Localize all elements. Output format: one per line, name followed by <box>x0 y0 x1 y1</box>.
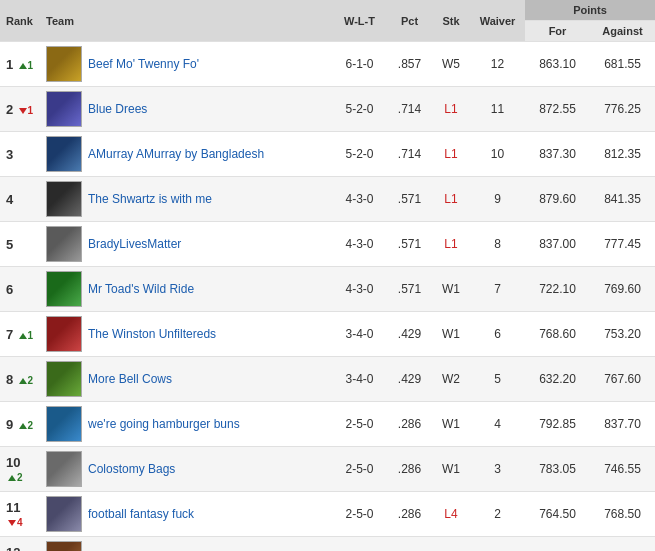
pct-cell: .429 <box>387 357 432 402</box>
waiver-cell: 9 <box>470 177 525 222</box>
pct-cell: .571 <box>387 177 432 222</box>
wlt-cell: 2-5-0 <box>332 537 387 552</box>
team-name[interactable]: The Shwartz is with me <box>88 192 212 206</box>
avatar <box>46 541 82 551</box>
pts-against-cell: 767.60 <box>590 357 655 402</box>
wlt-cell: 5-2-0 <box>332 132 387 177</box>
waiver-cell: 10 <box>470 132 525 177</box>
avatar <box>46 451 82 487</box>
stk-cell: L1 <box>432 177 470 222</box>
rank-change-up: 1 <box>19 60 34 71</box>
avatar <box>46 136 82 172</box>
pts-against-cell: 873.70 <box>590 537 655 552</box>
waiver-cell: 3 <box>470 447 525 492</box>
team-inner: we're going hamburger buns <box>46 406 326 442</box>
waiver-cell: 4 <box>470 402 525 447</box>
team-name[interactable]: More Bell Cows <box>88 372 172 386</box>
stk-cell: W1 <box>432 447 470 492</box>
pct-header: Pct <box>387 0 432 42</box>
wlt-cell: 2-5-0 <box>332 492 387 537</box>
table-row: 2 1 Blue Drees 5-2-0 .714 L1 11 872.55 7… <box>0 87 655 132</box>
avatar <box>46 91 82 127</box>
team-cell: football fantasy fuck <box>40 492 332 537</box>
team-cell: BradyLivesMatter <box>40 222 332 267</box>
team-name[interactable]: Mr Toad's Wild Ride <box>88 282 194 296</box>
rank-cell: 4 <box>0 177 40 222</box>
pts-against-cell: 837.70 <box>590 402 655 447</box>
rank-number: 1 <box>6 57 13 72</box>
rank-number: 9 <box>6 417 13 432</box>
table-row: 6 Mr Toad's Wild Ride 4-3-0 .571 W1 7 72… <box>0 267 655 312</box>
team-inner: More Bell Cows <box>46 361 326 397</box>
team-name[interactable]: Beef Mo' Twenny Fo' <box>88 57 199 71</box>
arrow-down-icon <box>8 520 16 526</box>
stk-cell: W5 <box>432 42 470 87</box>
wl-header: W-L-T <box>332 0 387 42</box>
table-row: 12 3 Teenage Mutant Ninja Bortles 2-5-0 … <box>0 537 655 552</box>
team-name[interactable]: Blue Drees <box>88 102 147 116</box>
team-name[interactable]: we're going hamburger buns <box>88 417 240 431</box>
stk-header: Stk <box>432 0 470 42</box>
wlt-cell: 3-4-0 <box>332 357 387 402</box>
wlt-cell: 4-3-0 <box>332 222 387 267</box>
team-inner: BradyLivesMatter <box>46 226 326 262</box>
waiver-cell: 6 <box>470 312 525 357</box>
rank-cell: 8 2 <box>0 357 40 402</box>
rank-cell: 12 3 <box>0 537 40 552</box>
pts-for-cell: 879.60 <box>525 177 590 222</box>
stk-cell: W1 <box>432 267 470 312</box>
table-row: 7 1 The Winston Unfiltereds 3-4-0 .429 W… <box>0 312 655 357</box>
team-name[interactable]: Colostomy Bags <box>88 462 175 476</box>
wlt-cell: 6-1-0 <box>332 42 387 87</box>
points-group-header: Points <box>525 0 655 21</box>
pts-against-cell: 841.35 <box>590 177 655 222</box>
pts-for-cell: 722.10 <box>525 267 590 312</box>
stk-cell: W2 <box>432 357 470 402</box>
pct-cell: .429 <box>387 312 432 357</box>
avatar <box>46 226 82 262</box>
team-cell: The Winston Unfiltereds <box>40 312 332 357</box>
table-row: 5 BradyLivesMatter 4-3-0 .571 L1 8 837.0… <box>0 222 655 267</box>
pts-for-cell: 768.60 <box>525 312 590 357</box>
arrow-up-icon <box>19 423 27 429</box>
rank-cell: 3 <box>0 132 40 177</box>
team-name[interactable]: BradyLivesMatter <box>88 237 181 251</box>
pts-for-cell: 652.95 <box>525 537 590 552</box>
for-header: For <box>525 21 590 42</box>
wlt-cell: 5-2-0 <box>332 87 387 132</box>
arrow-down-icon <box>19 108 27 114</box>
team-name[interactable]: football fantasy fuck <box>88 507 194 521</box>
team-inner: football fantasy fuck <box>46 496 326 532</box>
team-inner: Beef Mo' Twenny Fo' <box>46 46 326 82</box>
pts-for-cell: 837.00 <box>525 222 590 267</box>
arrow-up-icon <box>19 333 27 339</box>
arrow-up-icon <box>8 475 16 481</box>
pct-cell: .286 <box>387 492 432 537</box>
wlt-cell: 2-5-0 <box>332 402 387 447</box>
pts-for-cell: 783.05 <box>525 447 590 492</box>
rank-cell: 11 4 <box>0 492 40 537</box>
waiver-cell: 8 <box>470 222 525 267</box>
rank-cell: 5 <box>0 222 40 267</box>
table-row: 10 2 Colostomy Bags 2-5-0 .286 W1 3 783.… <box>0 447 655 492</box>
avatar <box>46 406 82 442</box>
pts-against-cell: 776.25 <box>590 87 655 132</box>
stk-cell: W1 <box>432 312 470 357</box>
pts-against-cell: 681.55 <box>590 42 655 87</box>
rank-cell: 9 2 <box>0 402 40 447</box>
team-name[interactable]: The Winston Unfiltereds <box>88 327 216 341</box>
pts-against-cell: 777.45 <box>590 222 655 267</box>
table-row: 3 AMurray AMurray by Bangladesh 5-2-0 .7… <box>0 132 655 177</box>
pts-against-cell: 768.50 <box>590 492 655 537</box>
rank-cell: 2 1 <box>0 87 40 132</box>
team-inner: AMurray AMurray by Bangladesh <box>46 136 326 172</box>
stk-cell: L4 <box>432 537 470 552</box>
against-header: Against <box>590 21 655 42</box>
team-name[interactable]: AMurray AMurray by Bangladesh <box>88 147 264 161</box>
team-inner: Colostomy Bags <box>46 451 326 487</box>
avatar <box>46 181 82 217</box>
team-inner: Blue Drees <box>46 91 326 127</box>
pts-against-cell: 812.35 <box>590 132 655 177</box>
stk-cell: L1 <box>432 87 470 132</box>
team-cell: Beef Mo' Twenny Fo' <box>40 42 332 87</box>
